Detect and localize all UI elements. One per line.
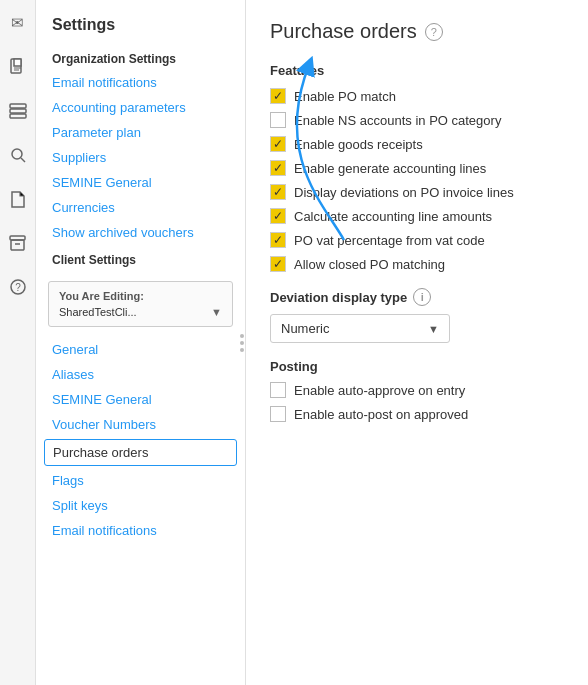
layers-icon[interactable]	[5, 98, 31, 124]
deviation-value: Numeric	[281, 321, 329, 336]
feature-label-6: PO vat percentage from vat code	[294, 233, 485, 248]
checkbox-auto-approve[interactable]	[270, 382, 286, 398]
svg-line-6	[21, 158, 25, 162]
nav-voucher-numbers[interactable]: Voucher Numbers	[36, 412, 245, 437]
feature-row-6: ✓ PO vat percentage from vat code	[270, 232, 564, 248]
nav-semine-general-client[interactable]: SEMINE General	[36, 387, 245, 412]
feature-row-0: ✓ Enable PO match	[270, 88, 564, 104]
deviation-header: Deviation display type i	[270, 288, 564, 306]
feature-label-1: Enable NS accounts in PO category	[294, 113, 501, 128]
nav-parameter-plan[interactable]: Parameter plan	[36, 120, 245, 145]
page-title: Purchase orders	[270, 20, 417, 43]
editing-select[interactable]: SharedTestCli... ▼	[59, 306, 222, 318]
feature-row-3: ✓ Enable generate accounting lines	[270, 160, 564, 176]
dropdown-arrow-icon: ▼	[428, 323, 439, 335]
posting-row-1: Enable auto-post on approved	[270, 406, 564, 422]
editing-label: You Are Editing:	[59, 290, 222, 302]
nav-purchase-orders[interactable]: Purchase orders	[44, 439, 237, 466]
left-nav: Settings Organization Settings Email not…	[36, 0, 246, 685]
posting-label-0: Enable auto-approve on entry	[294, 383, 465, 398]
page-help-icon[interactable]: ?	[425, 23, 443, 41]
feature-row-4: ✓ Display deviations on PO invoice lines	[270, 184, 564, 200]
svg-text:?: ?	[15, 282, 21, 293]
deviation-help-icon[interactable]: i	[413, 288, 431, 306]
feature-label-0: Enable PO match	[294, 89, 396, 104]
nav-flags[interactable]: Flags	[36, 468, 245, 493]
main-content: Purchase orders ? Features ✓ Enable PO m…	[246, 0, 588, 685]
checkbox-auto-post[interactable]	[270, 406, 286, 422]
search-icon[interactable]	[5, 142, 31, 168]
svg-rect-1	[14, 59, 21, 66]
editing-box: You Are Editing: SharedTestCli... ▼	[48, 281, 233, 327]
svg-rect-4	[10, 114, 26, 118]
settings-title: Settings	[36, 16, 245, 44]
nav-split-keys[interactable]: Split keys	[36, 493, 245, 518]
nav-currencies[interactable]: Currencies	[36, 195, 245, 220]
feature-row-1: Enable NS accounts in PO category	[270, 112, 564, 128]
icon-sidebar: ✉ ?	[0, 0, 36, 685]
feature-label-2: Enable goods receipts	[294, 137, 423, 152]
feature-row-7: ✓ Allow closed PO matching	[270, 256, 564, 272]
svg-rect-2	[10, 104, 26, 108]
deviation-title: Deviation display type	[270, 290, 407, 305]
feature-row-5: ✓ Calculate accounting line amounts	[270, 208, 564, 224]
nav-semine-general[interactable]: SEMINE General	[36, 170, 245, 195]
svg-rect-8	[11, 240, 24, 250]
svg-point-5	[12, 149, 22, 159]
checkbox-vat-percentage[interactable]: ✓	[270, 232, 286, 248]
help-circle-icon[interactable]: ?	[5, 274, 31, 300]
client-section-title: Client Settings	[36, 245, 245, 271]
posting-title: Posting	[270, 359, 564, 374]
feature-row-2: ✓ Enable goods receipts	[270, 136, 564, 152]
posting-section: Posting Enable auto-approve on entry Ena…	[270, 359, 564, 422]
checkbox-calculate-accounting[interactable]: ✓	[270, 208, 286, 224]
nav-show-archived[interactable]: Show archived vouchers	[36, 220, 245, 245]
document-icon[interactable]	[5, 54, 31, 80]
features-label: Features	[270, 63, 564, 78]
editing-value: SharedTestCli...	[59, 306, 137, 318]
svg-rect-3	[10, 109, 26, 113]
posting-row-0: Enable auto-approve on entry	[270, 382, 564, 398]
org-section-title: Organization Settings	[36, 44, 245, 70]
checkbox-closed-po[interactable]: ✓	[270, 256, 286, 272]
checkbox-display-deviations[interactable]: ✓	[270, 184, 286, 200]
nav-email-notifications[interactable]: Email notifications	[36, 70, 245, 95]
email-icon[interactable]: ✉	[5, 10, 31, 36]
posting-label-1: Enable auto-post on approved	[294, 407, 468, 422]
checkbox-generate-accounting[interactable]: ✓	[270, 160, 286, 176]
file-icon[interactable]	[5, 186, 31, 212]
nav-accounting-parameters[interactable]: Accounting parameters	[36, 95, 245, 120]
page-header: Purchase orders ?	[270, 20, 564, 43]
feature-label-3: Enable generate accounting lines	[294, 161, 486, 176]
nav-general[interactable]: General	[36, 337, 245, 362]
checkbox-ns-accounts[interactable]	[270, 112, 286, 128]
nav-email-notifications-client[interactable]: Email notifications	[36, 518, 245, 543]
checkbox-po-match[interactable]: ✓	[270, 88, 286, 104]
feature-label-5: Calculate accounting line amounts	[294, 209, 492, 224]
nav-aliases[interactable]: Aliases	[36, 362, 245, 387]
deviation-dropdown[interactable]: Numeric ▼	[270, 314, 450, 343]
nav-suppliers[interactable]: Suppliers	[36, 145, 245, 170]
deviation-section: Deviation display type i Numeric ▼	[270, 288, 564, 343]
chevron-down-icon: ▼	[211, 306, 222, 318]
feature-label-7: Allow closed PO matching	[294, 257, 445, 272]
feature-label-4: Display deviations on PO invoice lines	[294, 185, 514, 200]
checkbox-goods-receipts[interactable]: ✓	[270, 136, 286, 152]
archive-icon[interactable]	[5, 230, 31, 256]
